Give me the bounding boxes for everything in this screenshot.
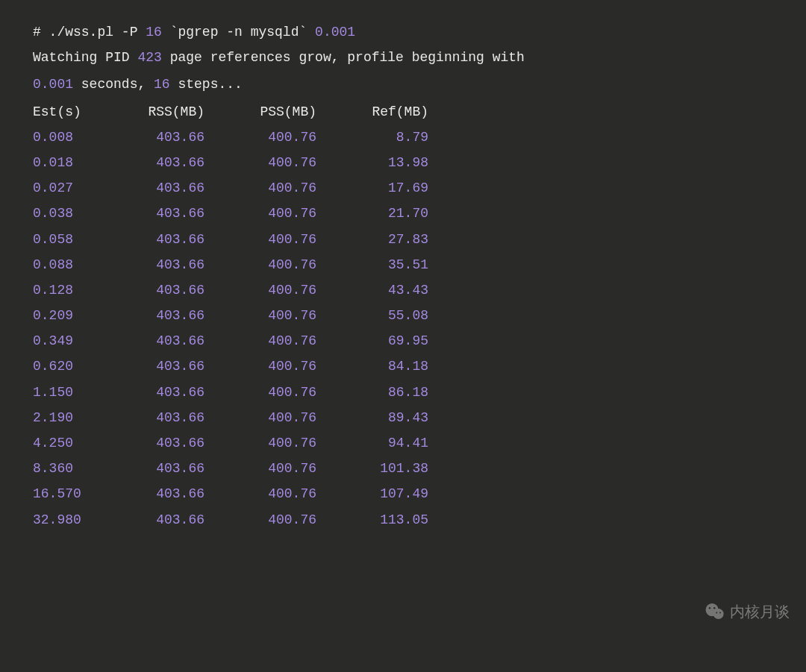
table-row: 0.349403.66400.7669.95 — [33, 328, 773, 354]
cell-est: 0.209 — [33, 303, 93, 328]
cell-est: 4.250 — [33, 430, 93, 456]
cell-est: 1.150 — [33, 380, 93, 405]
cell-ref: 43.43 — [316, 277, 428, 303]
cell-est: 0.128 — [33, 277, 93, 303]
cell-pss: 400.76 — [204, 252, 316, 277]
cell-est: 2.190 — [33, 405, 93, 430]
info-line-2: 0.001 seconds, 16 steps... — [33, 72, 773, 97]
command-line: # ./wss.pl -P 16 `pgrep -n mysqld` 0.001 — [33, 19, 773, 45]
cell-pss: 400.76 — [204, 456, 316, 481]
cell-rss: 403.66 — [93, 175, 204, 201]
watermark: 内核月谈 — [705, 597, 790, 626]
cell-ref: 89.43 — [316, 405, 428, 430]
cell-ref: 21.70 — [316, 201, 428, 226]
header-rss: RSS(MB) — [93, 99, 204, 125]
cell-ref: 101.38 — [316, 456, 428, 481]
cell-rss: 403.66 — [93, 277, 204, 303]
table-row: 8.360403.66400.76101.38 — [33, 456, 773, 481]
table-row: 0.620403.66400.7684.18 — [33, 354, 773, 379]
table-row: 0.088403.66400.7635.51 — [33, 252, 773, 277]
cell-ref: 94.41 — [316, 430, 428, 456]
cell-pss: 400.76 — [204, 405, 316, 430]
cell-est: 16.570 — [33, 481, 93, 506]
cell-est: 0.088 — [33, 252, 93, 277]
table-row: 0.018403.66400.7613.98 — [33, 150, 773, 175]
cell-pss: 400.76 — [204, 303, 316, 328]
shell-prompt: # — [33, 25, 49, 40]
svg-point-4 — [716, 612, 717, 614]
cell-pss: 400.76 — [204, 481, 316, 506]
table-row: 4.250403.66400.7694.41 — [33, 430, 773, 456]
command-text: ./wss.pl -P — [49, 25, 146, 40]
cell-ref: 69.95 — [316, 328, 428, 354]
cell-pss: 400.76 — [204, 507, 316, 533]
cell-est: 0.349 — [33, 328, 93, 354]
cell-ref: 86.18 — [316, 380, 428, 405]
table-row: 0.209403.66400.7655.08 — [33, 303, 773, 328]
cell-ref: 13.98 — [316, 150, 428, 175]
cell-est: 32.980 — [33, 507, 93, 533]
header-ref: Ref(MB) — [316, 99, 428, 125]
cell-rss: 403.66 — [93, 252, 204, 277]
cell-ref: 113.05 — [316, 507, 428, 533]
cell-rss: 403.66 — [93, 481, 204, 506]
cell-pss: 400.76 — [204, 201, 316, 226]
cell-rss: 403.66 — [93, 405, 204, 430]
header-pss: PSS(MB) — [204, 99, 316, 125]
cell-est: 0.058 — [33, 227, 93, 252]
svg-point-2 — [709, 607, 710, 609]
table-row: 0.027403.66400.7617.69 — [33, 175, 773, 201]
cell-rss: 403.66 — [93, 456, 204, 481]
cell-rss: 403.66 — [93, 354, 204, 379]
cell-pss: 400.76 — [204, 277, 316, 303]
table-body: 0.008403.66400.768.790.018403.66400.7613… — [33, 125, 773, 533]
cell-est: 8.360 — [33, 456, 93, 481]
svg-point-1 — [713, 609, 724, 619]
pid-value: 423 — [137, 50, 161, 65]
table-row: 1.150403.66400.7686.18 — [33, 380, 773, 405]
command-text-2: `pgrep -n mysqld` — [162, 25, 315, 40]
table-row: 0.008403.66400.768.79 — [33, 125, 773, 150]
cell-ref: 35.51 — [316, 252, 428, 277]
info-tail: steps... — [170, 77, 243, 92]
cell-est: 0.620 — [33, 354, 93, 379]
cell-rss: 403.66 — [93, 328, 204, 354]
table-row: 0.128403.66400.7643.43 — [33, 277, 773, 303]
cell-ref: 17.69 — [316, 175, 428, 201]
cell-pss: 400.76 — [204, 354, 316, 379]
cell-pss: 400.76 — [204, 175, 316, 201]
cell-ref: 55.08 — [316, 303, 428, 328]
cell-est: 0.027 — [33, 175, 93, 201]
info-mid2-a: seconds, — [73, 77, 154, 92]
cell-rss: 403.66 — [93, 201, 204, 226]
table-header-row: Est(s) RSS(MB) PSS(MB) Ref(MB) — [33, 99, 773, 125]
info-mid1: page references grow, profile beginning … — [162, 50, 533, 65]
cell-pss: 400.76 — [204, 125, 316, 150]
seconds-value: 0.001 — [33, 77, 73, 92]
cell-pss: 400.76 — [204, 150, 316, 175]
cell-rss: 403.66 — [93, 227, 204, 252]
table-row: 2.190403.66400.7689.43 — [33, 405, 773, 430]
cell-ref: 84.18 — [316, 354, 428, 379]
cell-ref: 107.49 — [316, 481, 428, 506]
cell-rss: 403.66 — [93, 303, 204, 328]
cell-est: 0.008 — [33, 125, 93, 150]
cell-rss: 403.66 — [93, 430, 204, 456]
cell-est: 0.018 — [33, 150, 93, 175]
command-arg-steps: 16 — [146, 25, 162, 40]
header-est: Est(s) — [33, 99, 93, 125]
cell-est: 0.038 — [33, 201, 93, 226]
cell-ref: 27.83 — [316, 227, 428, 252]
watermark-text: 内核月谈 — [730, 597, 790, 626]
svg-point-3 — [713, 607, 715, 609]
info-pre-pid: Watching PID — [33, 50, 137, 65]
cell-rss: 403.66 — [93, 507, 204, 533]
cell-pss: 400.76 — [204, 380, 316, 405]
cell-rss: 403.66 — [93, 380, 204, 405]
command-arg-interval: 0.001 — [315, 25, 355, 40]
table-row: 32.980403.66400.76113.05 — [33, 507, 773, 533]
steps-value: 16 — [154, 77, 170, 92]
table-row: 0.038403.66400.7621.70 — [33, 201, 773, 226]
cell-ref: 8.79 — [316, 125, 428, 150]
svg-point-5 — [719, 612, 721, 614]
